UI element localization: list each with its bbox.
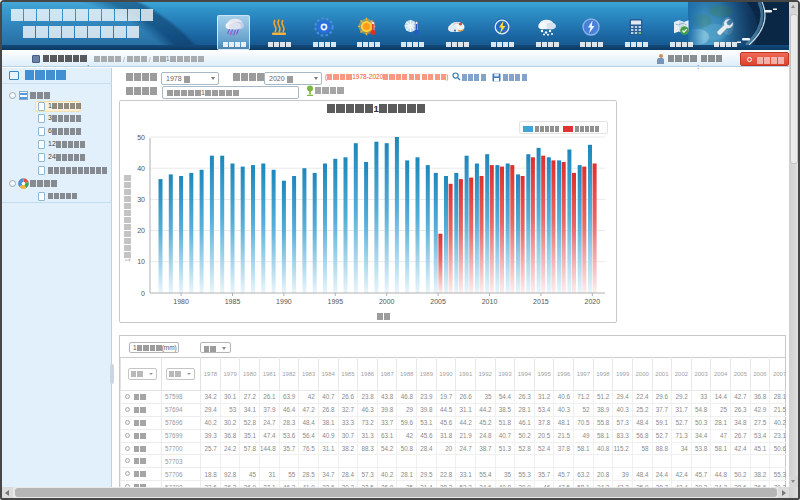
svg-text:50: 50 [137, 134, 145, 141]
svg-text:2010: 2010 [482, 298, 498, 305]
svg-text:1980: 1980 [173, 298, 189, 305]
svg-text:1990: 1990 [276, 298, 292, 305]
svg-text:2005: 2005 [430, 298, 446, 305]
svg-text:20: 20 [137, 227, 145, 234]
svg-text:1985: 1985 [225, 298, 241, 305]
svg-text:10: 10 [137, 258, 145, 265]
svg-text:1995: 1995 [328, 298, 344, 305]
svg-text:2015: 2015 [533, 298, 549, 305]
svg-text:40: 40 [137, 165, 145, 172]
svg-text:2020: 2020 [585, 298, 601, 305]
svg-text:0: 0 [141, 290, 145, 297]
svg-text:2000: 2000 [379, 298, 395, 305]
svg-text:30: 30 [137, 196, 145, 203]
